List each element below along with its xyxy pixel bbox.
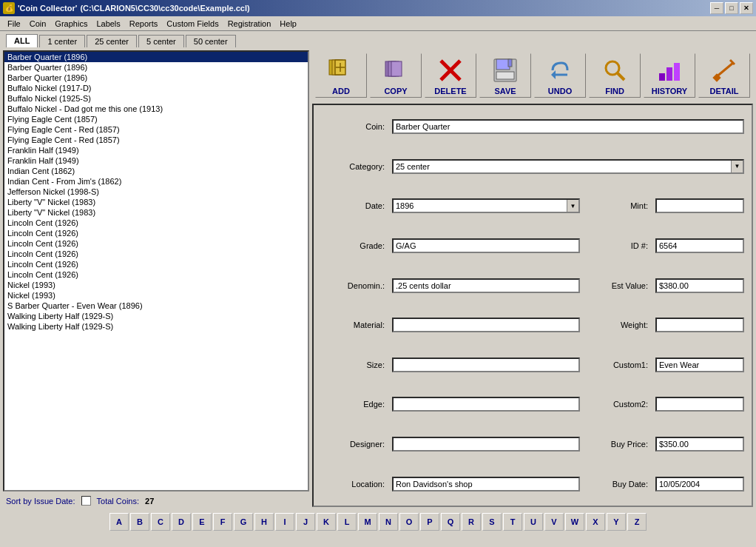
est-value-input[interactable] — [655, 278, 744, 293]
custom2-input[interactable] — [655, 397, 744, 412]
alpha-btn-l[interactable]: L — [337, 513, 357, 531]
coin-list-item[interactable]: Lincoln Cent (1926) — [4, 218, 308, 228]
category-input[interactable] — [394, 161, 731, 172]
weight-input[interactable] — [655, 318, 744, 332]
alpha-btn-i[interactable]: I — [275, 513, 294, 531]
minimize-button[interactable]: ─ — [710, 2, 723, 14]
size-input[interactable] — [392, 358, 580, 372]
maximize-button[interactable]: □ — [725, 2, 738, 14]
coin-list-item[interactable]: Buffalo Nickel - Dad got me this one (19… — [4, 104, 308, 114]
date-dropdown[interactable]: ▼ — [567, 200, 578, 212]
alpha-btn-y[interactable]: Y — [607, 513, 626, 531]
alpha-btn-n[interactable]: N — [379, 513, 398, 531]
alpha-btn-h[interactable]: H — [254, 513, 274, 531]
alpha-btn-s[interactable]: S — [482, 513, 502, 531]
alpha-btn-w[interactable]: W — [565, 513, 584, 531]
edge-input[interactable] — [392, 397, 580, 412]
designer-input[interactable] — [392, 437, 580, 452]
custom1-input[interactable] — [655, 358, 744, 372]
date-input[interactable] — [394, 200, 567, 212]
find-button[interactable]: FIND — [589, 53, 641, 98]
menu-coin[interactable]: Coin — [25, 18, 51, 30]
alpha-btn-m[interactable]: M — [358, 513, 377, 531]
menu-file[interactable]: File — [3, 18, 25, 30]
undo-button[interactable]: UNDO — [534, 53, 586, 98]
close-button[interactable]: ✕ — [740, 2, 753, 14]
detail-button[interactable]: DETAIL — [698, 53, 750, 98]
material-input[interactable] — [392, 318, 580, 332]
alpha-btn-e[interactable]: E — [192, 513, 212, 531]
tab-1-center[interactable]: 1 center — [39, 35, 85, 47]
tab-25-center[interactable]: 25 center — [87, 35, 137, 47]
alpha-btn-c[interactable]: C — [151, 513, 170, 531]
id-input[interactable] — [655, 238, 744, 253]
coin-list-item[interactable]: Jefferson Nickel (1998-S) — [4, 187, 308, 197]
alpha-btn-z[interactable]: Z — [627, 513, 647, 531]
grade-input[interactable] — [392, 238, 580, 253]
alpha-btn-k[interactable]: K — [317, 513, 336, 531]
coin-list-item[interactable]: Liberty "V" Nickel (1983) — [4, 197, 308, 207]
buy-price-input[interactable] — [655, 437, 744, 452]
coin-list-item[interactable]: Walking Liberty Half (1929-S) — [4, 321, 308, 332]
location-input[interactable] — [392, 477, 580, 491]
coin-list[interactable]: Barber Quarter (1896)Barber Quarter (189… — [3, 50, 309, 491]
denomin-input[interactable] — [392, 278, 580, 293]
menu-labels[interactable]: Labels — [92, 18, 124, 30]
coin-list-item[interactable]: Lincoln Cent (1926) — [4, 228, 308, 238]
alpha-btn-d[interactable]: D — [172, 513, 191, 531]
coin-list-item[interactable]: Lincoln Cent (1926) — [4, 238, 308, 249]
alpha-btn-p[interactable]: P — [420, 513, 439, 531]
coin-list-item[interactable]: S Barber Quarter - Even Wear (1896) — [4, 301, 308, 311]
coin-list-item[interactable]: Buffalo Nickel (1917-D) — [4, 83, 308, 93]
category-dropdown[interactable]: ▼ — [731, 161, 743, 172]
coin-list-item[interactable]: Indian Cent (1862) — [4, 166, 308, 176]
alpha-btn-a[interactable]: A — [109, 513, 129, 531]
coin-list-item[interactable]: Lincoln Cent (1926) — [4, 259, 308, 269]
alpha-btn-r[interactable]: R — [462, 513, 481, 531]
alpha-btn-f[interactable]: F — [213, 513, 232, 531]
menu-registration[interactable]: Registration — [223, 18, 276, 30]
copy-button[interactable]: COPY — [370, 53, 422, 98]
alpha-btn-t[interactable]: T — [503, 513, 522, 531]
sort-checkbox[interactable] — [81, 496, 91, 506]
alpha-btn-b[interactable]: B — [130, 513, 149, 531]
tab-50-center[interactable]: 50 center — [186, 35, 236, 47]
coin-list-item[interactable]: Franklin Half (1949) — [4, 155, 308, 166]
menu-help[interactable]: Help — [275, 18, 301, 30]
buy-date-input[interactable] — [655, 477, 744, 491]
alpha-btn-o[interactable]: O — [399, 513, 419, 531]
tab-5-center[interactable]: 5 center — [138, 35, 184, 47]
coin-list-item[interactable]: Walking Liberty Half (1929-S) — [4, 311, 308, 321]
coin-list-item[interactable]: Lincoln Cent (1926) — [4, 269, 308, 280]
coin-list-item[interactable]: Flying Eagle Cent - Red (1857) — [4, 135, 308, 145]
menu-reports[interactable]: Reports — [125, 18, 163, 30]
coin-list-item[interactable]: Indian Cent - From Jim's (1862) — [4, 176, 308, 187]
history-button[interactable]: HISTORY — [644, 53, 695, 98]
tab-all[interactable]: ALL — [6, 34, 38, 47]
menu-custom-fields[interactable]: Custom Fields — [162, 18, 223, 30]
coin-list-item[interactable]: Barber Quarter (1896) — [4, 62, 308, 73]
alpha-btn-v[interactable]: V — [544, 513, 564, 531]
coin-list-item[interactable]: Barber Quarter (1896) — [4, 52, 308, 62]
coin-list-item[interactable]: Flying Eagle Cent (1857) — [4, 114, 308, 124]
alpha-btn-g[interactable]: G — [234, 513, 253, 531]
add-button[interactable]: ADD — [315, 53, 367, 98]
coin-list-item[interactable]: Nickel (1993) — [4, 280, 308, 290]
coin-input[interactable] — [392, 119, 744, 134]
coin-list-item[interactable]: Barber Quarter (1896) — [4, 73, 308, 83]
coin-list-item[interactable]: Flying Eagle Cent - Red (1857) — [4, 124, 308, 135]
alpha-btn-q[interactable]: Q — [441, 513, 460, 531]
menu-graphics[interactable]: Graphics — [50, 18, 92, 30]
form-panel: Coin: Category: ▼ Date: ▼ Mint: Grade: I… — [312, 104, 753, 507]
coin-list-item[interactable]: Franklin Half (1949) — [4, 145, 308, 155]
coin-list-item[interactable]: Lincoln Cent (1926) — [4, 249, 308, 259]
coin-list-item[interactable]: Liberty "V" Nickel (1983) — [4, 207, 308, 218]
coin-list-item[interactable]: Buffalo Nickel (1925-S) — [4, 93, 308, 104]
coin-list-item[interactable]: Nickel (1993) — [4, 290, 308, 301]
alpha-btn-x[interactable]: X — [586, 513, 605, 531]
save-button[interactable]: SAVE — [479, 53, 531, 98]
alpha-btn-u[interactable]: U — [524, 513, 543, 531]
alpha-btn-j[interactable]: J — [296, 513, 315, 531]
mint-input[interactable] — [655, 198, 744, 213]
delete-button[interactable]: DELETE — [425, 53, 476, 98]
